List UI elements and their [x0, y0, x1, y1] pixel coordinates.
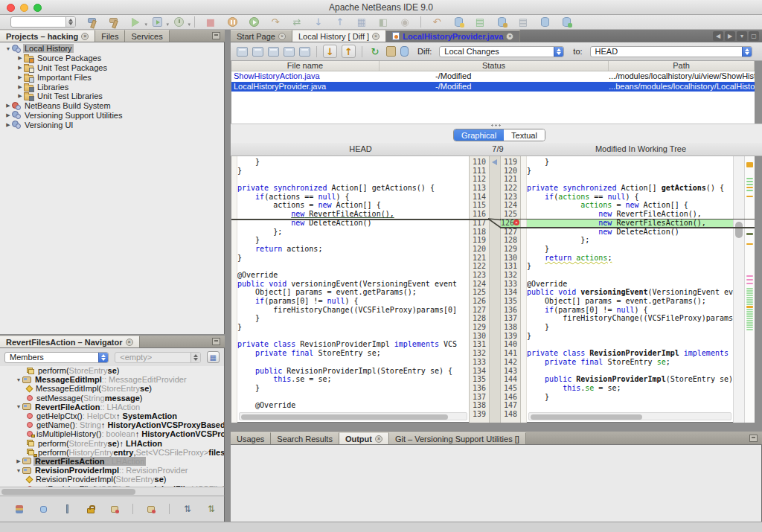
show-static-members-icon[interactable]	[61, 503, 73, 515]
close-icon[interactable]: ×	[278, 33, 286, 40]
code-line[interactable]: }	[237, 314, 469, 323]
output-panel[interactable]	[231, 445, 762, 522]
close-icon[interactable]: ×	[375, 435, 382, 443]
code-line[interactable]: public RevisionProviderImpl(StoreEntry s…	[237, 367, 469, 376]
db-lock-icon[interactable]	[494, 16, 509, 28]
tab-services[interactable]: Services	[125, 30, 169, 42]
expander-icon[interactable]: ▶	[4, 103, 12, 109]
tab-revertfilesaction-navigator[interactable]: RevertFilesAction – Navigator×	[0, 336, 140, 347]
navigator-item[interactable]: getName() : String ↑ HistoryActionVCSPro…	[0, 420, 224, 429]
code-line[interactable]: private synchronized Action[] getActions…	[237, 184, 469, 193]
scrollbar-thumb[interactable]	[531, 414, 642, 420]
comb-stepper-icon[interactable]	[65, 17, 75, 27]
mixed-view-icon[interactable]	[268, 47, 279, 57]
code-line[interactable]: actions = new Action[] {	[237, 201, 469, 210]
expander-icon[interactable]: ▶	[4, 122, 12, 128]
dropdown-arrow-icon[interactable]: ▾	[188, 22, 190, 28]
code-line[interactable]: }	[527, 393, 733, 402]
close-icon[interactable]: ×	[506, 33, 513, 40]
code-line[interactable]: public void versioningEvent(VersioningEv…	[237, 280, 469, 289]
clean-build-project-icon[interactable]	[106, 16, 121, 28]
db-icon[interactable]	[537, 16, 552, 28]
config-combo[interactable]	[10, 16, 76, 28]
pause-icon[interactable]	[225, 16, 240, 28]
close-icon[interactable]: ×	[81, 33, 89, 40]
code-line[interactable]: }	[527, 323, 733, 332]
navigator-item[interactable]: perform(HistoryEntry entry, Set<VCSFileP…	[0, 448, 224, 457]
code-line[interactable]: }	[527, 245, 733, 254]
code-line[interactable]: Object[] params = event.getParams();	[237, 288, 469, 297]
window-menu-icon[interactable]	[749, 435, 758, 442]
code-line[interactable]: }	[237, 384, 469, 393]
expander-icon[interactable]: ▶	[16, 65, 24, 71]
code-line[interactable]: private synchronized Action[] getActions…	[527, 184, 733, 193]
column-file-name[interactable]: File name	[231, 61, 380, 71]
profile-project-icon[interactable]: ▾	[171, 16, 186, 28]
go-next-difference-icon[interactable]: ↓	[323, 45, 337, 58]
code-line[interactable]	[527, 175, 733, 184]
dropdown-arrow-icon[interactable]: ▾	[144, 22, 147, 28]
tree-item-source-packages[interactable]: ▶Source Packages	[0, 54, 224, 63]
code-line[interactable]: return actions;	[527, 254, 733, 263]
open-in-editor-icon[interactable]	[386, 46, 396, 57]
scroll-tabs-right-icon[interactable]: ▶	[725, 31, 735, 41]
update-icon[interactable]: ↓	[311, 16, 326, 28]
window-menu-icon[interactable]	[212, 32, 220, 39]
code-line[interactable]: new DeleteAction()	[527, 228, 733, 237]
go-previous-difference-icon[interactable]: ↑	[342, 45, 356, 58]
code-line[interactable]: fireHistoryChange((VCSFileProxy)params	[527, 314, 733, 323]
column-status[interactable]: Status	[380, 61, 609, 71]
maximize-editor-icon[interactable]: ▢	[749, 31, 759, 41]
code-line[interactable]: new RevertFileAction(),	[237, 210, 469, 219]
sort-by-source-icon[interactable]: ⇅	[182, 503, 193, 515]
code-line[interactable]: private class RevisionProviderImpl imple…	[237, 340, 469, 349]
tab-search-results[interactable]: Search Results	[271, 432, 339, 444]
code-line[interactable]: }	[237, 323, 469, 332]
right-code-pane[interactable]: }}private synchronized Action[] getActio…	[527, 156, 733, 423]
code-line[interactable]: }	[237, 167, 469, 176]
scroll-tabs-left-icon[interactable]: ◀	[713, 31, 723, 41]
nested-view-icon[interactable]	[299, 47, 310, 57]
tree-item-netbeans-build-system[interactable]: ▶NetBeans Build System	[0, 101, 224, 111]
combo-stepper-icon[interactable]	[98, 353, 108, 362]
navigator-item[interactable]: setMessage(String message)	[0, 394, 224, 403]
group-view-icon[interactable]	[284, 47, 295, 57]
show-fields-icon[interactable]	[37, 503, 49, 515]
list-icon[interactable]: ▤	[516, 16, 531, 28]
navigator-filter-combo[interactable]: <empty>	[115, 352, 200, 363]
code-line[interactable]: }	[527, 332, 733, 341]
code-line[interactable]	[237, 358, 469, 367]
expander-icon[interactable]: ▼	[15, 377, 22, 382]
code-line[interactable]: public RevisionProviderImpl(StoreEntry s…	[527, 375, 733, 384]
show-non-public-members-icon[interactable]	[85, 503, 97, 515]
tab-output[interactable]: Output×	[339, 432, 389, 444]
code-line[interactable]	[527, 401, 733, 410]
code-line[interactable]: @Override	[237, 401, 469, 410]
column-path[interactable]: Path	[609, 61, 755, 71]
expander-icon[interactable]: ▶	[16, 84, 24, 90]
merge-icon[interactable]: ⇄	[289, 16, 304, 28]
right-horizontal-scrollbar[interactable]	[528, 412, 731, 420]
diff-source-combo[interactable]: Local Changes	[439, 46, 564, 57]
code-line[interactable]	[237, 393, 469, 402]
code-line[interactable]: fireHistoryChange((VCSFileProxy)params[0…	[237, 306, 469, 315]
code-line[interactable]: }	[237, 254, 469, 263]
code-line[interactable]: this.se = se;	[527, 384, 733, 393]
navigator-item[interactable]: MessageEditImpl(StoreEntry se)	[0, 384, 224, 393]
close-icon[interactable]: ×	[372, 33, 380, 40]
tab-start-page[interactable]: Start Page×	[231, 30, 292, 42]
code-line[interactable]: private class RevisionProviderImpl imple…	[527, 349, 733, 358]
expander-icon[interactable]: ▶	[15, 458, 22, 464]
graphical-toggle-button[interactable]: Graphical	[454, 129, 504, 141]
tab-list-icon[interactable]: ▾	[737, 31, 747, 41]
commit-icon[interactable]: ↑	[333, 16, 348, 28]
expander-icon[interactable]: ▶	[16, 74, 24, 80]
tree-item-versioning-support-utilities[interactable]: ▶Versioning Support Utilities	[0, 111, 224, 121]
debug-project-icon[interactable]: ▾	[150, 16, 164, 28]
code-line[interactable]: private final StoreEntry se;	[527, 358, 733, 367]
dropdown-arrow-icon[interactable]: ▾	[166, 22, 169, 28]
textual-toggle-button[interactable]: Textual	[504, 129, 545, 141]
git-revert-icon[interactable]: ↶	[429, 16, 444, 28]
navigator-item[interactable]: ▼RevisionProviderImpl :: RevisionProvide…	[0, 466, 224, 475]
show-inherited-members-icon[interactable]	[13, 503, 25, 515]
